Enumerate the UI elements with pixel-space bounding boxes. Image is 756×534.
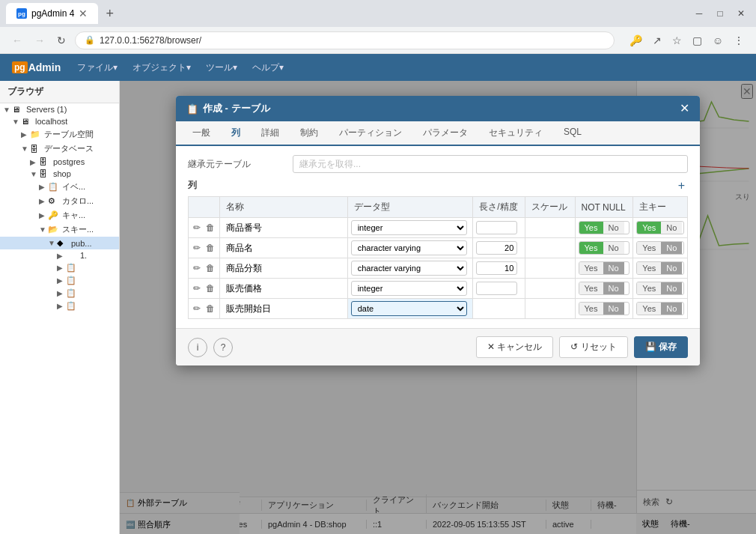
notnull-no-button[interactable]: No (603, 262, 624, 274)
sidebar-item-public[interactable]: ▼ ◆ pub... (0, 237, 119, 249)
column-length-input[interactable] (476, 261, 517, 275)
tab-general[interactable]: 一般 (182, 121, 221, 146)
sidebar-item-catalog[interactable]: ▶ ⚙ カタロ... (0, 194, 119, 208)
edit-row-button[interactable]: ✏ (192, 262, 202, 274)
edit-row-button[interactable]: ✏ (192, 303, 202, 315)
save-button[interactable]: 💾 保存 (634, 336, 688, 358)
pk-no-button[interactable]: No (661, 242, 682, 254)
pk-no-button[interactable]: No (661, 303, 682, 315)
sidebar-item-2[interactable]: ▶📋 (0, 261, 119, 274)
tab-advanced[interactable]: 詳細 (251, 121, 290, 146)
menu-icon[interactable]: ⋮ (731, 33, 747, 48)
forward-button[interactable]: → (31, 33, 48, 48)
pk-no-button[interactable]: No (661, 262, 682, 274)
column-type-select[interactable]: integer character varying date text bool… (351, 301, 467, 316)
delete-row-button[interactable]: 🗑 (204, 242, 216, 254)
split-view-icon[interactable]: ▢ (689, 33, 705, 48)
pk-no-button[interactable]: No (661, 282, 682, 294)
inherited-input[interactable] (293, 155, 688, 173)
sidebar-item-databases[interactable]: ▼ 🗄 データベース (0, 142, 119, 156)
sidebar-item-servers[interactable]: ▼ 🖥 Servers (1) (0, 103, 119, 115)
nav-help[interactable]: ヘルプ▾ (251, 58, 285, 77)
edit-row-button[interactable]: ✏ (192, 242, 202, 254)
tab-sql[interactable]: SQL (553, 121, 592, 146)
notnull-no-button[interactable]: No (603, 282, 624, 294)
restore-button[interactable]: □ (711, 4, 729, 22)
column-length-input[interactable] (476, 221, 517, 234)
sidebar-item-shop[interactable]: ▼ 🗄 shop (0, 168, 119, 180)
column-length-input[interactable] (476, 282, 517, 295)
notnull-yes-button[interactable]: Yes (579, 262, 603, 274)
column-name-input[interactable] (223, 261, 344, 275)
sidebar-item-cast[interactable]: ▶ 🔑 キャ... (0, 208, 119, 222)
share-icon[interactable]: ↗ (650, 33, 665, 48)
reload-button[interactable]: ↻ (54, 33, 69, 48)
tab-partition[interactable]: パーティション (329, 121, 412, 146)
column-type-select[interactable]: integer character varying date text bool… (351, 261, 467, 276)
pk-no-button[interactable]: No (661, 222, 682, 234)
tab-parameters[interactable]: パラメータ (412, 121, 478, 146)
sidebar-item-4[interactable]: ▶📋 (0, 287, 119, 300)
notnull-no-button[interactable]: No (603, 242, 624, 254)
column-name-input[interactable] (223, 302, 344, 315)
delete-row-button[interactable]: 🗑 (204, 303, 216, 315)
notnull-yes-button[interactable]: Yes (579, 282, 603, 294)
url-bar[interactable]: 🔒 127.0.0.1:56278/browser/ (75, 31, 615, 49)
tab-constraints[interactable]: 制約 (290, 121, 329, 146)
sidebar-item-tablespace[interactable]: ▶ 📁 テーブル空間 (0, 127, 119, 142)
notnull-yes-button[interactable]: Yes (579, 303, 603, 315)
nav-object[interactable]: オブジェクト▾ (131, 58, 192, 77)
profile-icon[interactable]: ☺ (710, 33, 726, 48)
info-button[interactable]: i (188, 338, 207, 357)
edit-row-button[interactable]: ✏ (192, 222, 202, 234)
column-name-input[interactable] (223, 221, 344, 234)
pk-yes-button[interactable]: Yes (637, 303, 661, 315)
back-button[interactable]: ← (9, 33, 25, 48)
delete-row-button[interactable]: 🗑 (204, 262, 216, 274)
sidebar-item-schema[interactable]: ▼ 📂 スキー... (0, 222, 119, 237)
minimize-button[interactable]: ─ (690, 4, 708, 22)
close-button[interactable]: ✕ (732, 4, 750, 22)
notnull-no-button[interactable]: No (603, 303, 624, 315)
modal-close-button[interactable]: ✕ (680, 103, 689, 115)
column-name-input[interactable] (223, 282, 344, 295)
delete-row-button[interactable]: 🗑 (204, 282, 216, 294)
reset-button[interactable]: ↺ リセット (559, 336, 627, 358)
sidebar-item-1[interactable]: ▶ 1. (0, 249, 119, 261)
column-type-select[interactable]: integer character varying date text bool… (351, 220, 467, 235)
modal-icon: 📋 (186, 103, 198, 115)
sidebar-item-3[interactable]: ▶📋 (0, 274, 119, 287)
sidebar-item-localhost[interactable]: ▼ 🖥 localhost (0, 115, 119, 127)
pk-yes-button[interactable]: Yes (637, 262, 661, 274)
row-pk-cell: Yes No (633, 299, 688, 319)
pk-yes-button[interactable]: Yes (637, 242, 661, 254)
notnull-yes-button[interactable]: Yes (579, 242, 603, 254)
cancel-button[interactable]: ✕ キャンセル (476, 336, 553, 358)
active-tab[interactable]: pg pgAdmin 4 ✕ (6, 3, 98, 24)
column-type-select[interactable]: integer character varying date text bool… (351, 281, 467, 296)
tab-columns[interactable]: 列 (221, 121, 251, 146)
notnull-no-button[interactable]: No (603, 222, 624, 234)
notnull-toggle: Yes No (579, 261, 630, 275)
edit-row-button[interactable]: ✏ (192, 282, 202, 294)
delete-row-button[interactable]: 🗑 (204, 222, 216, 234)
column-name-input[interactable] (223, 241, 344, 255)
nav-file[interactable]: ファイル▾ (76, 58, 119, 77)
sidebar-item-postgres[interactable]: ▶ 🗄 postgres (0, 156, 119, 168)
nav-tools[interactable]: ツール▾ (204, 58, 239, 77)
bookmark-icon[interactable]: ☆ (669, 33, 685, 48)
tab-security[interactable]: セキュリティ (478, 121, 553, 146)
new-tab-button[interactable]: + (101, 4, 118, 23)
column-type-select[interactable]: integer character varying date text bool… (351, 240, 467, 255)
notnull-yes-button[interactable]: Yes (579, 222, 603, 234)
pk-yes-button[interactable]: Yes (637, 222, 661, 234)
tab-close-button[interactable]: ✕ (79, 8, 88, 19)
key-icon[interactable]: 🔑 (627, 33, 645, 48)
sidebar-item-5[interactable]: ▶📋 (0, 300, 119, 312)
column-length-input[interactable] (476, 241, 517, 255)
pk-yes-button[interactable]: Yes (637, 282, 661, 294)
add-column-button[interactable]: + (675, 180, 688, 192)
help-button[interactable]: ? (213, 338, 233, 357)
sidebar-item-event[interactable]: ▶ 📋 イベ... (0, 180, 119, 194)
row-pk-cell: Yes No (633, 238, 688, 258)
